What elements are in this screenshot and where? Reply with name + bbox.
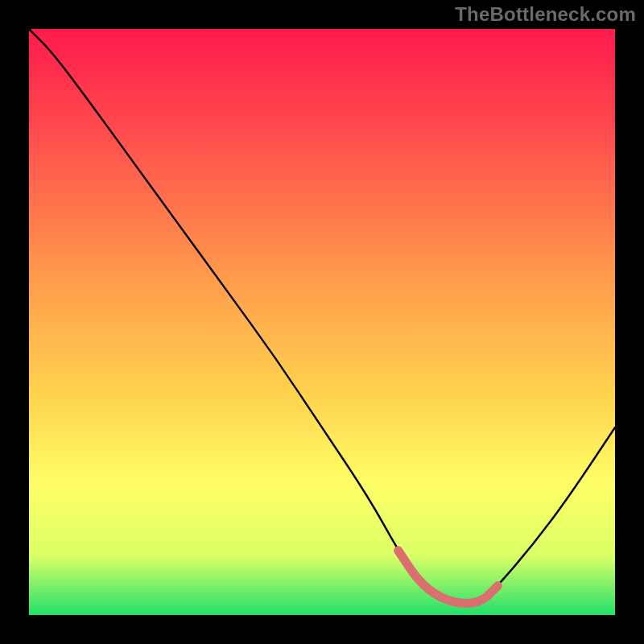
chart-frame: TheBottleneck.com: [0, 0, 644, 644]
watermark-text: TheBottleneck.com: [455, 3, 636, 26]
gradient-bg: [29, 29, 615, 615]
bottleneck-chart: [29, 29, 615, 615]
